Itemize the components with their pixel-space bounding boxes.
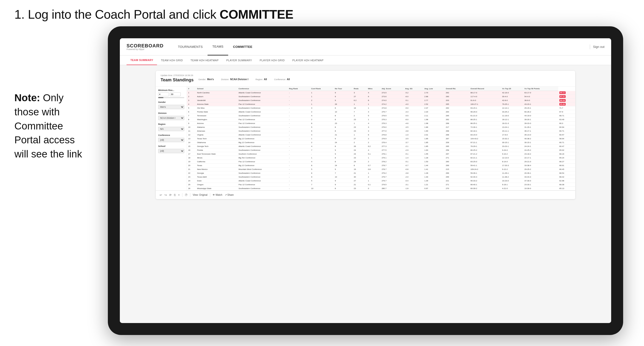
- cell-adj-score: 274.0: [380, 99, 404, 102]
- nav-committee[interactable]: COMMITTEE: [228, 38, 257, 55]
- cell-pts: 68.91: [558, 164, 575, 168]
- cell-sg: -2.0: [404, 175, 423, 179]
- cell-wins: 1: [367, 171, 380, 175]
- nav-teams[interactable]: TEAMS: [208, 38, 228, 55]
- cell-conf-rank: 7: [310, 183, 334, 187]
- toolbar-divider: [182, 193, 182, 197]
- min-rounding-min[interactable]: [158, 92, 169, 96]
- sign-out-button[interactable]: Sign out: [593, 45, 604, 49]
- refresh-icon[interactable]: ⟳: [169, 193, 172, 197]
- cell-no-tour: 8: [334, 156, 352, 160]
- cell-rnds: 18: [352, 106, 367, 110]
- cell-vs25: 43-23-1: [523, 102, 558, 106]
- cell-overall-rd: 60-39-2: [469, 187, 501, 190]
- add-icon[interactable]: +: [178, 193, 180, 197]
- nav-tournaments[interactable]: TOURNAMENTS: [173, 38, 207, 55]
- subnav-player-h2h-grid[interactable]: PLAYER H2H GRID: [256, 55, 288, 65]
- cell-vs25: 38-6-0: [523, 99, 558, 102]
- cell-avg-low: 270: [444, 187, 469, 190]
- cell-pts: 71.7: [558, 106, 575, 110]
- cell-reg-rank: -: [288, 179, 310, 183]
- cell-adj-score: 279.5: [380, 183, 404, 187]
- cell-school: Tennessee: [196, 114, 237, 118]
- cell-rnds: 2: [352, 114, 367, 118]
- cell-avg-sg: 1.55: [423, 152, 444, 156]
- cell-rank: 22: [187, 171, 196, 175]
- cell-adj-score: 276.8: [380, 133, 404, 137]
- cell-conf-rank: 6: [310, 129, 334, 133]
- cell-avg-sg: 1.90: [423, 129, 444, 133]
- cell-adj-score: 279.2: [380, 171, 404, 175]
- data-table-wrapper: # School Conference Reg Rank Conf Rank N…: [187, 87, 575, 190]
- cell-record: 4-21-0: [501, 187, 523, 190]
- division-dropdown[interactable]: NCAA Division I: [158, 116, 184, 120]
- cell-rank: 15: [187, 145, 196, 148]
- cell-avg-low: 217: [444, 125, 469, 129]
- cell-school: Ole Miss: [196, 106, 237, 110]
- cell-conf-rank: 7: [310, 148, 334, 152]
- rounding-slider[interactable]: [158, 97, 184, 98]
- cell-conf-rank: 1: [310, 95, 334, 99]
- table-row: 20 Texas Big 12 Conference - 8 24 8 0.7 …: [187, 164, 575, 168]
- cell-pts: 68.16: [558, 152, 575, 156]
- cell-record: 9-19-1: [501, 183, 523, 187]
- undo-icon[interactable]: ↩: [160, 193, 162, 197]
- cell-vs25: 40-38-2: [523, 137, 558, 141]
- cell-no-tour: 8: [334, 118, 352, 122]
- cell-school: Florida State: [196, 110, 237, 114]
- step-text: 1. Log into the Coach Portal and click: [14, 7, 220, 21]
- conference-filter-value: All: [287, 78, 290, 81]
- view-original-button[interactable]: View: Original: [193, 193, 208, 196]
- left-filters: Minimum Rou... Gender: [156, 87, 187, 190]
- cell-reg-rank: -: [288, 148, 310, 152]
- panel-header: Update time: 27/03/2024 16:56:26 Team St…: [156, 71, 575, 87]
- cell-record: 8-14-0: [501, 160, 523, 164]
- cell-sg: -5.1: [404, 99, 423, 102]
- cell-adj-score: 278.2: [380, 160, 404, 164]
- committee-text: COMMITTEE: [220, 7, 293, 21]
- cell-rank: 11: [187, 129, 196, 133]
- subnav-team-summary[interactable]: TEAM SUMMARY: [126, 55, 157, 65]
- cell-avg-sg: 1.28: [423, 171, 444, 175]
- copy-icon[interactable]: ⎘: [174, 193, 176, 197]
- region-dropdown[interactable]: N/A: [158, 127, 184, 131]
- subnav-team-h2h-heatmap[interactable]: TEAM H2H HEATMAP: [187, 55, 222, 65]
- table-row: 9 Arizona Pac-12 Conference - 8 23 1 4 2…: [187, 122, 575, 125]
- cell-rnds: 2: [352, 141, 367, 145]
- redo-icon[interactable]: ↪: [164, 193, 167, 197]
- watch-button[interactable]: 👁 Watch: [212, 193, 222, 196]
- cell-vs25: 39-23-3: [523, 122, 558, 125]
- cell-wins: 4: [367, 148, 380, 152]
- conference-dropdown[interactable]: (All): [158, 138, 184, 142]
- subnav-player-h2h-heatmap[interactable]: PLAYER H2H HEATMAP: [288, 55, 328, 65]
- table-row: 3 Vanderbilt Southeastern Conference - 2…: [187, 99, 575, 102]
- subnav-team-h2h-grid[interactable]: TEAM H2H GRID: [157, 55, 186, 65]
- cell-rnds: 23: [352, 125, 367, 129]
- share-button[interactable]: ↗ Share: [225, 193, 234, 196]
- cell-overall-rd: 86-25-1: [469, 118, 501, 122]
- cell-overall-rd: 100-27-1: [469, 102, 501, 106]
- cell-no-tour: 21: [334, 133, 352, 137]
- cell-no-tour: 24: [334, 141, 352, 145]
- cell-pts: 62.98: [558, 179, 575, 183]
- cell-overall-rd: 92-40-3: [469, 175, 501, 179]
- bottom-toolbar: ↩ ↪ ⟳ ⎘ + ⏱ View: Original 👁 Watch: [156, 190, 575, 199]
- cell-record: 12-14-1: [501, 106, 523, 110]
- gender-dropdown[interactable]: Men's: [158, 105, 184, 109]
- update-time-label: Update time:: [160, 74, 173, 77]
- cell-reg-rank: -: [288, 133, 310, 137]
- note-block: Note: Only those with Committee Portal a…: [14, 91, 89, 161]
- cell-rank: 23: [187, 175, 196, 179]
- cell-wins: 0.8: [367, 168, 380, 171]
- cell-conference: Southeastern Conference: [237, 175, 288, 179]
- cell-school: Oregon: [196, 183, 237, 187]
- cell-vs25: 54-4-0: [523, 95, 558, 99]
- subnav-player-summary[interactable]: PLAYER SUMMARY: [222, 55, 256, 65]
- cell-record: 42-8-0: [501, 99, 523, 102]
- col-rank: #: [187, 87, 196, 91]
- cell-reg-rank: -: [288, 118, 310, 122]
- min-rounding-max[interactable]: [170, 92, 181, 96]
- table-row: 14 Oklahoma Big 12 Conference - 2 24 2 2…: [187, 141, 575, 145]
- cell-reg-rank: -: [288, 137, 310, 141]
- school-dropdown[interactable]: (All): [158, 149, 184, 153]
